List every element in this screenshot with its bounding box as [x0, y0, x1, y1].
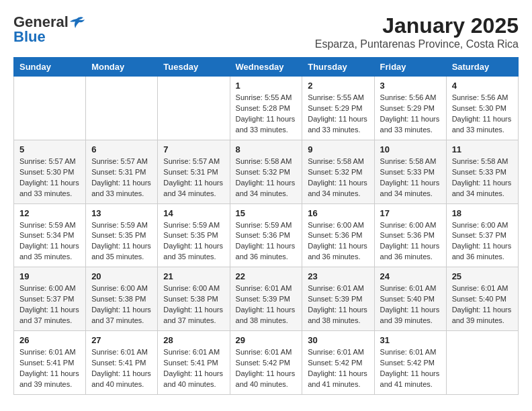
- calendar-cell: 26Sunrise: 6:01 AMSunset: 5:41 PMDayligh…: [14, 331, 86, 395]
- day-number: 4: [452, 81, 513, 91]
- day-info: Sunrise: 5:57 AMSunset: 5:31 PMDaylight:…: [163, 156, 224, 199]
- day-info: Sunrise: 5:57 AMSunset: 5:30 PMDaylight:…: [19, 156, 80, 199]
- day-info: Sunrise: 6:01 AMSunset: 5:39 PMDaylight:…: [308, 283, 368, 326]
- logo-bird-icon: [70, 16, 85, 28]
- day-number: 23: [308, 271, 368, 281]
- calendar-cell: 1Sunrise: 5:55 AMSunset: 5:28 PMDaylight…: [230, 77, 302, 140]
- day-number: 11: [452, 144, 513, 154]
- calendar-cell: 21Sunrise: 6:00 AMSunset: 5:38 PMDayligh…: [158, 267, 230, 331]
- day-info: Sunrise: 6:00 AMSunset: 5:37 PMDaylight:…: [19, 283, 80, 326]
- day-info: Sunrise: 5:59 AMSunset: 5:35 PMDaylight:…: [91, 220, 152, 263]
- calendar-cell: 9Sunrise: 5:58 AMSunset: 5:32 PMDaylight…: [302, 140, 374, 203]
- page-subtitle: Esparza, Puntarenas Province, Costa Rica: [315, 38, 519, 50]
- day-info: Sunrise: 5:59 AMSunset: 5:35 PMDaylight:…: [163, 220, 224, 263]
- day-info: Sunrise: 5:55 AMSunset: 5:29 PMDaylight:…: [308, 93, 368, 136]
- title-block: January 2025 Esparza, Puntarenas Provinc…: [315, 13, 519, 50]
- page-header: General Blue January 2025 Esparza, Punta…: [13, 13, 519, 50]
- calendar-cell: 7Sunrise: 5:57 AMSunset: 5:31 PMDaylight…: [158, 140, 230, 203]
- day-number: 19: [19, 271, 80, 281]
- day-info: Sunrise: 6:01 AMSunset: 5:39 PMDaylight:…: [236, 283, 297, 326]
- calendar-week-row: 12Sunrise: 5:59 AMSunset: 5:34 PMDayligh…: [14, 203, 519, 267]
- calendar-cell: 22Sunrise: 6:01 AMSunset: 5:39 PMDayligh…: [230, 267, 302, 331]
- weekday-header-saturday: Saturday: [446, 58, 518, 77]
- day-number: 22: [236, 271, 297, 281]
- day-info: Sunrise: 6:00 AMSunset: 5:38 PMDaylight:…: [163, 283, 224, 326]
- day-number: 29: [236, 335, 297, 345]
- day-number: 6: [91, 144, 152, 154]
- day-number: 25: [452, 271, 513, 281]
- calendar-cell: 5Sunrise: 5:57 AMSunset: 5:30 PMDaylight…: [14, 140, 86, 203]
- calendar-week-row: 1Sunrise: 5:55 AMSunset: 5:28 PMDaylight…: [14, 77, 519, 140]
- day-info: Sunrise: 5:56 AMSunset: 5:29 PMDaylight:…: [380, 93, 441, 136]
- calendar-week-row: 26Sunrise: 6:01 AMSunset: 5:41 PMDayligh…: [14, 331, 519, 395]
- day-number: 17: [380, 208, 441, 218]
- calendar-cell: [86, 77, 158, 140]
- day-number: 3: [380, 81, 441, 91]
- day-info: Sunrise: 6:01 AMSunset: 5:42 PMDaylight:…: [380, 347, 441, 390]
- calendar-cell: 11Sunrise: 5:58 AMSunset: 5:33 PMDayligh…: [446, 140, 518, 203]
- day-info: Sunrise: 6:00 AMSunset: 5:38 PMDaylight:…: [91, 283, 152, 326]
- day-number: 13: [91, 208, 152, 218]
- day-number: 15: [236, 208, 297, 218]
- calendar-cell: 31Sunrise: 6:01 AMSunset: 5:42 PMDayligh…: [374, 331, 446, 395]
- day-info: Sunrise: 6:01 AMSunset: 5:40 PMDaylight:…: [380, 283, 441, 326]
- calendar-cell: 12Sunrise: 5:59 AMSunset: 5:34 PMDayligh…: [14, 203, 86, 267]
- calendar-cell: 29Sunrise: 6:01 AMSunset: 5:42 PMDayligh…: [230, 331, 302, 395]
- calendar-cell: 4Sunrise: 5:56 AMSunset: 5:30 PMDaylight…: [446, 77, 518, 140]
- day-info: Sunrise: 6:01 AMSunset: 5:42 PMDaylight:…: [236, 347, 297, 390]
- day-info: Sunrise: 6:01 AMSunset: 5:41 PMDaylight:…: [91, 347, 152, 390]
- calendar-cell: 8Sunrise: 5:58 AMSunset: 5:32 PMDaylight…: [230, 140, 302, 203]
- day-number: 26: [19, 335, 80, 345]
- day-info: Sunrise: 6:01 AMSunset: 5:41 PMDaylight:…: [19, 347, 80, 390]
- calendar-cell: 14Sunrise: 5:59 AMSunset: 5:35 PMDayligh…: [158, 203, 230, 267]
- day-info: Sunrise: 5:57 AMSunset: 5:31 PMDaylight:…: [91, 156, 152, 199]
- weekday-header-tuesday: Tuesday: [158, 58, 230, 77]
- calendar-cell: 23Sunrise: 6:01 AMSunset: 5:39 PMDayligh…: [302, 267, 374, 331]
- day-number: 2: [308, 81, 368, 91]
- day-number: 5: [19, 144, 80, 154]
- calendar-cell: 16Sunrise: 6:00 AMSunset: 5:36 PMDayligh…: [302, 203, 374, 267]
- day-info: Sunrise: 6:01 AMSunset: 5:42 PMDaylight:…: [308, 347, 368, 390]
- day-number: 30: [308, 335, 368, 345]
- calendar-cell: 13Sunrise: 5:59 AMSunset: 5:35 PMDayligh…: [86, 203, 158, 267]
- day-info: Sunrise: 6:00 AMSunset: 5:36 PMDaylight:…: [308, 220, 368, 263]
- day-info: Sunrise: 5:58 AMSunset: 5:32 PMDaylight:…: [308, 156, 368, 199]
- calendar-cell: 18Sunrise: 6:00 AMSunset: 5:37 PMDayligh…: [446, 203, 518, 267]
- day-number: 10: [380, 144, 441, 154]
- day-info: Sunrise: 5:56 AMSunset: 5:30 PMDaylight:…: [452, 93, 513, 136]
- logo-blue-text: Blue: [13, 28, 46, 46]
- day-number: 14: [163, 208, 224, 218]
- calendar-week-row: 19Sunrise: 6:00 AMSunset: 5:37 PMDayligh…: [14, 267, 519, 331]
- weekday-header-monday: Monday: [86, 58, 158, 77]
- calendar-cell: [14, 77, 86, 140]
- day-number: 20: [91, 271, 152, 281]
- page-title: January 2025: [315, 13, 519, 38]
- day-info: Sunrise: 5:58 AMSunset: 5:33 PMDaylight:…: [452, 156, 513, 199]
- day-number: 12: [19, 208, 80, 218]
- day-info: Sunrise: 6:01 AMSunset: 5:40 PMDaylight:…: [452, 283, 513, 326]
- day-number: 27: [91, 335, 152, 345]
- calendar-cell: 25Sunrise: 6:01 AMSunset: 5:40 PMDayligh…: [446, 267, 518, 331]
- logo: General Blue: [13, 13, 85, 46]
- day-number: 16: [308, 208, 368, 218]
- calendar-cell: 27Sunrise: 6:01 AMSunset: 5:41 PMDayligh…: [86, 331, 158, 395]
- day-info: Sunrise: 5:59 AMSunset: 5:34 PMDaylight:…: [19, 220, 80, 263]
- calendar-cell: 2Sunrise: 5:55 AMSunset: 5:29 PMDaylight…: [302, 77, 374, 140]
- day-number: 9: [308, 144, 368, 154]
- calendar-cell: 15Sunrise: 5:59 AMSunset: 5:36 PMDayligh…: [230, 203, 302, 267]
- day-number: 8: [236, 144, 297, 154]
- weekday-header-row: SundayMondayTuesdayWednesdayThursdayFrid…: [14, 58, 519, 77]
- calendar-cell: 17Sunrise: 6:00 AMSunset: 5:36 PMDayligh…: [374, 203, 446, 267]
- day-info: Sunrise: 5:58 AMSunset: 5:32 PMDaylight:…: [236, 156, 297, 199]
- day-info: Sunrise: 5:55 AMSunset: 5:28 PMDaylight:…: [236, 93, 297, 136]
- calendar-week-row: 5Sunrise: 5:57 AMSunset: 5:30 PMDaylight…: [14, 140, 519, 203]
- calendar-cell: 28Sunrise: 6:01 AMSunset: 5:41 PMDayligh…: [158, 331, 230, 395]
- calendar-cell: 19Sunrise: 6:00 AMSunset: 5:37 PMDayligh…: [14, 267, 86, 331]
- day-info: Sunrise: 6:01 AMSunset: 5:41 PMDaylight:…: [163, 347, 224, 390]
- day-number: 18: [452, 208, 513, 218]
- calendar-cell: 10Sunrise: 5:58 AMSunset: 5:33 PMDayligh…: [374, 140, 446, 203]
- day-info: Sunrise: 6:00 AMSunset: 5:36 PMDaylight:…: [380, 220, 441, 263]
- calendar-cell: [446, 331, 518, 395]
- calendar-cell: 24Sunrise: 6:01 AMSunset: 5:40 PMDayligh…: [374, 267, 446, 331]
- day-info: Sunrise: 6:00 AMSunset: 5:37 PMDaylight:…: [452, 220, 513, 263]
